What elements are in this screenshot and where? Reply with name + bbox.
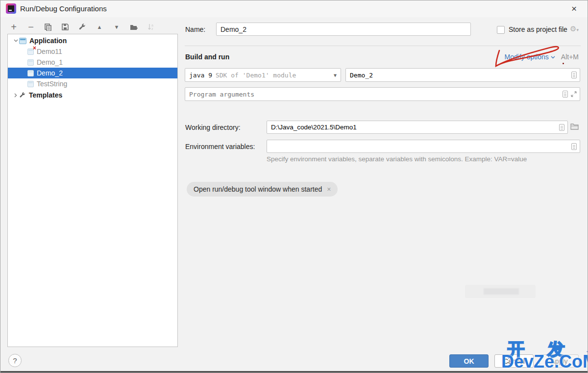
- expand-field-icon[interactable]: [571, 91, 577, 97]
- svg-text:a: a: [151, 24, 153, 27]
- title-bar: Run/Debug Configurations ×: [0, 0, 588, 17]
- environment-variables-field[interactable]: [267, 140, 580, 153]
- working-directory-label: Working directory:: [185, 124, 241, 131]
- configurations-toolbar: + − ▲ ▼ az: [9, 21, 155, 33]
- tree-item-label: TestString: [37, 80, 67, 88]
- ok-button[interactable]: OK: [449, 354, 489, 368]
- gear-icon[interactable]: ⚙▾: [570, 25, 579, 33]
- macros-icon[interactable]: [571, 72, 577, 78]
- close-icon[interactable]: ×: [571, 4, 577, 14]
- dialog-title: Run/Debug Configurations: [20, 4, 107, 13]
- working-directory-input[interactable]: [267, 121, 559, 133]
- configurations-tree: Application × Demo11 Demo_1 Demo_2 TestS…: [7, 34, 178, 347]
- store-as-project-file-checkbox[interactable]: [497, 26, 505, 34]
- run-debug-configurations-dialog: Run/Debug Configurations × + − ▲ ▼ az: [0, 0, 588, 373]
- modify-options-shortcut: Alt+M: [561, 53, 579, 61]
- main-class-input[interactable]: [346, 69, 571, 81]
- tree-item-label: Application: [29, 37, 67, 45]
- jre-value: java 9: [189, 72, 212, 79]
- save-icon[interactable]: [61, 23, 70, 31]
- modify-options-row: Modify options Alt+M: [505, 53, 579, 61]
- macros-icon[interactable]: [563, 91, 568, 98]
- intellij-logo-icon: [6, 3, 16, 14]
- tree-item-teststring[interactable]: TestString: [8, 78, 177, 89]
- run-config-icon: [27, 59, 34, 66]
- name-label: Name:: [185, 25, 205, 33]
- modify-options-link[interactable]: Modify options: [505, 53, 549, 61]
- environment-variables-help: Specify environment variables, separate …: [267, 155, 527, 163]
- sort-icon[interactable]: az: [147, 23, 155, 31]
- tree-group-templates[interactable]: Templates: [8, 90, 177, 100]
- chip-label: Open run/debug tool window when started: [194, 185, 322, 193]
- tree-item-label: Templates: [29, 91, 62, 99]
- main-class-field[interactable]: [345, 68, 580, 82]
- jre-combobox[interactable]: java 9 SDK of 'Demo1' module ▼: [185, 68, 341, 82]
- store-as-project-file-label: Store as project file: [509, 25, 567, 33]
- environment-variables-input[interactable]: [267, 140, 571, 152]
- add-icon[interactable]: +: [9, 23, 18, 31]
- name-input[interactable]: [216, 23, 471, 36]
- watermark-site-text: DevZe.CoM: [501, 351, 588, 372]
- tree-item-demo-2-selected[interactable]: Demo_2: [8, 68, 177, 78]
- chip-close-icon[interactable]: ×: [327, 185, 331, 193]
- edit-templates-icon[interactable]: [78, 23, 87, 31]
- chevron-down-icon[interactable]: [12, 39, 19, 42]
- tree-item-label: Demo_1: [37, 58, 63, 66]
- move-up-icon[interactable]: ▲: [95, 23, 104, 31]
- remove-icon[interactable]: −: [26, 23, 35, 31]
- jre-hint: SDK of 'Demo1' module: [216, 72, 296, 79]
- section-separator: [185, 46, 581, 46]
- chevron-right-icon[interactable]: [12, 93, 19, 98]
- combo-arrow-icon: ▼: [334, 73, 337, 78]
- program-arguments-input[interactable]: [185, 88, 563, 100]
- tree-item-demo-1[interactable]: Demo_1: [8, 57, 177, 68]
- working-directory-field[interactable]: [267, 121, 568, 134]
- help-button[interactable]: ?: [8, 354, 22, 367]
- application-group-icon: [19, 38, 26, 44]
- run-config-icon: [27, 81, 34, 87]
- svg-text:z: z: [151, 27, 153, 30]
- move-down-icon[interactable]: ▼: [112, 23, 121, 31]
- chevron-down-icon: [551, 54, 555, 60]
- annotation-dot: [563, 63, 564, 64]
- open-tool-window-chip: Open run/debug tool window when started …: [187, 182, 338, 197]
- program-arguments-field[interactable]: [185, 87, 580, 101]
- new-folder-icon[interactable]: [129, 23, 138, 31]
- environment-variables-label: Environment variables:: [185, 143, 255, 150]
- tree-item-demo11[interactable]: × Demo11: [8, 46, 177, 57]
- run-config-icon: [27, 70, 34, 76]
- window-bottom-edge: [0, 371, 588, 373]
- templates-wrench-icon: [19, 92, 26, 99]
- tree-item-label: Demo_2: [37, 69, 63, 77]
- copy-icon[interactable]: [44, 23, 52, 31]
- macros-icon[interactable]: [559, 124, 564, 131]
- ghost-watermark-box: [465, 285, 536, 298]
- run-config-invalid-icon: ×: [27, 49, 34, 55]
- browse-folder-icon[interactable]: [570, 123, 579, 130]
- macros-icon[interactable]: [571, 143, 577, 150]
- tree-item-label: Demo11: [37, 48, 62, 55]
- build-and-run-title: Build and run: [185, 53, 229, 61]
